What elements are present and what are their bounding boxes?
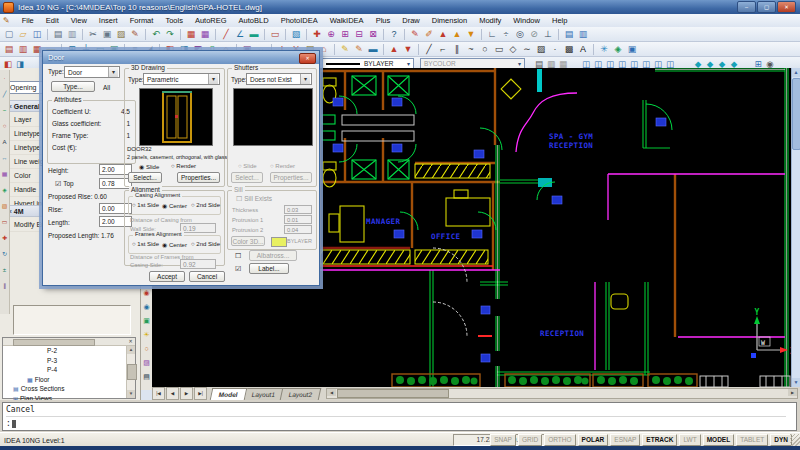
redo-icon[interactable]: ↷ bbox=[164, 28, 176, 40]
redline-icon[interactable]: ✎ bbox=[409, 28, 421, 40]
label-checkbox[interactable] bbox=[235, 265, 241, 273]
erase-tool-icon[interactable]: ▭ bbox=[1, 218, 9, 226]
rotate-tool-icon[interactable]: ↻ bbox=[1, 250, 9, 258]
snap-toggle[interactable]: SNAP bbox=[490, 434, 516, 446]
sun-light-icon[interactable]: ☀ bbox=[142, 330, 152, 340]
point-icon[interactable]: · bbox=[549, 43, 561, 55]
drawing-horizontal-scrollbar[interactable]: ◀ ▶ bbox=[326, 388, 798, 399]
casing-1st-side-radio[interactable]: 1st Side bbox=[132, 202, 159, 208]
tree-hscroll-thumb[interactable] bbox=[13, 339, 95, 346]
menu-item-1[interactable]: Edit bbox=[40, 16, 65, 25]
tree-vertical-scrollbar[interactable]: ▲ ▼ bbox=[126, 346, 135, 398]
tab-prev-button[interactable]: ◀ bbox=[166, 387, 179, 400]
top-checkbox[interactable]: Top bbox=[55, 180, 74, 188]
erase-icon[interactable]: ▭ bbox=[269, 28, 281, 40]
menu-item-5[interactable]: Tools bbox=[159, 16, 189, 25]
albatross-checkbox[interactable] bbox=[235, 252, 241, 260]
dimension-tool-icon[interactable]: ↔ bbox=[1, 154, 9, 162]
casing-center-radio[interactable]: Center bbox=[162, 202, 187, 209]
resize-grip[interactable] bbox=[790, 434, 800, 446]
osnap-midpoint-icon[interactable]: ÷ bbox=[500, 28, 512, 40]
osnap-endpoint-icon[interactable]: ∟ bbox=[486, 28, 498, 40]
menu-item-12[interactable]: Dimension bbox=[426, 16, 473, 25]
layer-tool-icon[interactable]: ▦ bbox=[1, 170, 9, 178]
frames-1st-side-radio[interactable]: 1st Side bbox=[132, 241, 159, 247]
casing-2nd-side-radio[interactable]: 2nd Side bbox=[191, 202, 220, 208]
move-up-icon[interactable]: ▲ bbox=[388, 43, 400, 55]
command-input[interactable]: : bbox=[6, 418, 16, 429]
rectangle-icon[interactable]: ▭ bbox=[493, 43, 505, 55]
close-button[interactable]: ✕ bbox=[777, 1, 796, 13]
polygon-icon[interactable]: ◇ bbox=[507, 43, 519, 55]
new-file-icon[interactable]: ▢ bbox=[3, 28, 15, 40]
render-icon[interactable]: ▣ bbox=[142, 316, 152, 326]
scale-tool-icon[interactable]: ± bbox=[1, 266, 9, 274]
model-toggle[interactable]: MODEL bbox=[703, 434, 734, 446]
zoom-window-icon[interactable]: ⊞ bbox=[339, 28, 351, 40]
sketch-icon[interactable]: ✐ bbox=[423, 28, 435, 40]
tree-vscroll-thumb[interactable] bbox=[127, 364, 137, 380]
menu-item-2[interactable]: View bbox=[65, 16, 93, 25]
tab-layout1[interactable]: Layout1 bbox=[243, 388, 285, 400]
tree-item-floor[interactable]: ▦Floor bbox=[3, 375, 127, 385]
menu-item-14[interactable]: Window bbox=[507, 16, 546, 25]
select-button[interactable]: Select... bbox=[128, 172, 162, 183]
no-snap-icon[interactable]: ⊘ bbox=[528, 28, 540, 40]
door-type-combo[interactable]: Door bbox=[64, 66, 120, 78]
scroll-down-icon[interactable]: ▼ bbox=[792, 378, 800, 387]
dialog-close-button[interactable]: ✕ bbox=[299, 53, 316, 64]
maximize-button[interactable]: ▢ bbox=[757, 1, 776, 13]
tree-scroll-down-icon[interactable]: ▼ bbox=[127, 390, 135, 398]
mirror-tool-icon[interactable]: ∥ bbox=[1, 282, 9, 290]
cancel-button[interactable]: Cancel bbox=[189, 271, 225, 282]
line-icon[interactable]: ╱ bbox=[423, 43, 435, 55]
image-attach-icon[interactable]: ▧ bbox=[290, 28, 302, 40]
wall-icon[interactable]: ▤ bbox=[3, 43, 15, 55]
minimize-button[interactable]: – bbox=[737, 1, 756, 13]
tree-item-p2[interactable]: P-2 bbox=[3, 346, 127, 356]
layer-states-icon[interactable]: ▦ bbox=[199, 28, 211, 40]
level-up-icon[interactable]: ▲ bbox=[451, 28, 463, 40]
grid-toggle[interactable]: GRID bbox=[518, 434, 542, 446]
level-down-icon[interactable]: ▼ bbox=[465, 28, 477, 40]
circle-icon[interactable]: ○ bbox=[479, 43, 491, 55]
material-icon[interactable]: ▨ bbox=[142, 358, 152, 368]
etrack-toggle[interactable]: ETRACK bbox=[642, 434, 677, 446]
scene-icon[interactable]: ▤ bbox=[142, 372, 152, 382]
zoom-previous-icon[interactable]: ⊟ bbox=[353, 28, 365, 40]
print-icon[interactable]: ▤ bbox=[52, 28, 64, 40]
dialog-title-bar[interactable]: Door bbox=[43, 51, 319, 64]
menu-item-0[interactable]: File bbox=[16, 16, 40, 25]
tab-layout2[interactable]: Layout2 bbox=[280, 388, 322, 400]
text-icon[interactable]: A bbox=[577, 43, 589, 55]
tree-close-icon[interactable]: ✕ bbox=[127, 338, 134, 345]
walk-through-icon[interactable]: ◉ bbox=[142, 288, 152, 298]
menu-item-4[interactable]: Format bbox=[124, 16, 160, 25]
spline-icon[interactable]: ∼ bbox=[521, 43, 533, 55]
dyn-toggle[interactable]: DYN bbox=[770, 434, 792, 446]
menu-item-15[interactable]: Help bbox=[546, 16, 573, 25]
tab-model[interactable]: Model bbox=[210, 388, 247, 400]
menu-item-11[interactable]: Draw bbox=[396, 16, 426, 25]
explorer-icon[interactable]: ▥ bbox=[577, 28, 589, 40]
tab-last-button[interactable]: ▶| bbox=[194, 387, 207, 400]
hatch-icon[interactable]: ▨ bbox=[535, 43, 547, 55]
scroll-up-icon[interactable]: ▲ bbox=[792, 68, 800, 77]
scroll-left-icon[interactable]: ◀ bbox=[327, 389, 336, 396]
accept-button[interactable]: Accept bbox=[149, 271, 185, 282]
osnap-center-icon[interactable]: ◎ bbox=[514, 28, 526, 40]
frames-center-radio[interactable]: Center bbox=[162, 241, 187, 248]
3d-type-combo[interactable]: Parametric bbox=[143, 73, 220, 85]
match-properties-icon[interactable]: ▬ bbox=[248, 28, 260, 40]
drawing-vertical-scrollbar[interactable]: ▲ ▼ bbox=[791, 68, 800, 387]
command-box[interactable]: Cancel : bbox=[2, 402, 797, 431]
tree-horizontal-scrollbar[interactable] bbox=[3, 338, 135, 346]
point-tool-icon[interactable]: · bbox=[1, 74, 9, 82]
alert-icon[interactable]: ▲ bbox=[437, 28, 449, 40]
menu-item-8[interactable]: PhotoIDEA bbox=[275, 16, 324, 25]
region-icon[interactable]: ▩ bbox=[563, 43, 575, 55]
frames-2nd-side-radio[interactable]: 2nd Side bbox=[191, 241, 220, 247]
tree-item-p3[interactable]: P-3 bbox=[3, 356, 127, 366]
polar-toggle[interactable]: POLAR bbox=[578, 434, 609, 446]
circle-tool-icon[interactable]: ○ bbox=[1, 122, 9, 130]
